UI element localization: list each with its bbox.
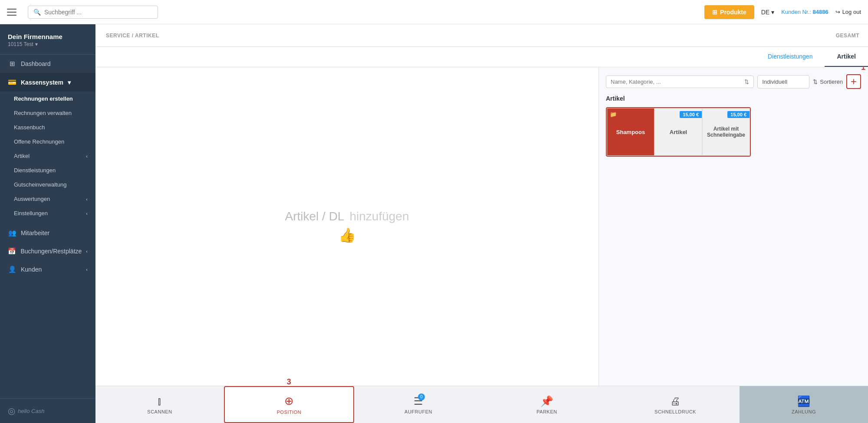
empty-invoice-message: Artikel / DL hinzufügen (285, 210, 409, 223)
tabs-spacer (95, 47, 756, 67)
main-layout: Dein Firmenname 10115 Test ▾ ⊞ Dashboard… (0, 24, 868, 423)
chevron-down-icon: ▾ (35, 41, 38, 47)
position-icon-wrap: ⊕ (284, 394, 294, 408)
search-bar: 🔍 (28, 6, 158, 19)
folder-icon: 📁 (610, 111, 617, 118)
sidebar-brand: Dein Firmenname 10115 Test ▾ (0, 24, 95, 55)
buchungen-icon: 📅 (8, 247, 16, 255)
articles-grid-container: 2 📁 Shampoos 15,00 € Artikel (606, 107, 861, 157)
hello-cash-logo: ◎ hello Cash (8, 406, 88, 416)
split-layout: Artikel / DL hinzufügen 👍 ⇅ Individuell … (95, 67, 868, 386)
content-area: SERVICE / ARTIKEL GESAMT Dienstleistunge… (95, 24, 868, 423)
logout-button[interactable]: ↪ Log out (835, 9, 861, 15)
search-icon: 🔍 (33, 9, 41, 16)
kunden-icon: 👤 (8, 266, 16, 273)
pin-icon: 📌 (540, 395, 554, 407)
schnelldruck-icon-wrap: 🖨 (670, 395, 681, 407)
parken-button[interactable]: 📌 PARKEN (483, 386, 611, 423)
search-input[interactable] (44, 9, 152, 16)
tabs-bar: Dienstleistungen Artikel (95, 47, 868, 67)
sidebar-item-rechnung-erstellen[interactable]: Rechnungen erstellen (0, 92, 95, 106)
filter-row: ⇅ Individuell Standard ⇅ Sortieren 1 + (606, 74, 861, 89)
logo-icon: ◎ (8, 406, 15, 416)
aufrufen-button[interactable]: ☰ 0 AUFRUFEN (354, 386, 483, 423)
sidebar-item-einstellungen[interactable]: Einstellungen ‹ (0, 206, 95, 220)
sidebar-item-artikel[interactable]: Artikel ‹ (0, 149, 95, 163)
sidebar-item-buchungen[interactable]: 📅 Buchungen/Restplätze ‹ (0, 242, 95, 260)
sidebar-item-dienstleistungen[interactable]: Dienstleistungen (0, 163, 95, 177)
filter-input[interactable] (611, 79, 742, 85)
sort-icon: ⇅ (813, 79, 818, 85)
topbar-right: ⊞ Produkte DE ▾ Kunden Nr.: 84886 ↪ Log … (704, 5, 861, 19)
chevron-down-icon: ▾ (68, 79, 71, 86)
gesamt-col-header: GESAMT (781, 33, 868, 39)
dashboard-icon: ⊞ (8, 60, 16, 68)
article-card-schnelleingabe[interactable]: 15,00 € Artikel mit Schnelleingabe (702, 108, 750, 156)
tab-dienstleistungen[interactable]: Dienstleistungen (756, 47, 825, 67)
invoice-header: SERVICE / ARTIKEL GESAMT (95, 24, 868, 47)
tab-artikel[interactable]: Artikel (825, 47, 868, 67)
service-col-header: SERVICE / ARTIKEL (106, 33, 781, 39)
plus-circle-icon: ⊕ (284, 394, 294, 408)
scannen-icon-wrap: ⫿ (157, 395, 163, 407)
article-card-shampoos[interactable]: 📁 Shampoos (607, 108, 654, 156)
aufrufen-icon-wrap: ☰ 0 (414, 395, 424, 407)
brand-name: Dein Firmenname (8, 33, 88, 40)
article-card-artikel[interactable]: 15,00 € Artikel (654, 108, 702, 156)
right-panel: ⇅ Individuell Standard ⇅ Sortieren 1 + (599, 67, 868, 386)
sidebar-item-kassensystem[interactable]: 💳 Kassensystem ▾ (0, 73, 95, 92)
annotation-1: 1 (861, 67, 865, 72)
add-article-button[interactable]: + (846, 74, 861, 89)
add-button-container: 1 + (846, 74, 861, 89)
arrow-icon: ‹ (86, 154, 88, 159)
sidebar-item-mitarbeiter[interactable]: 👥 Mitarbeiter (0, 224, 95, 242)
parken-icon-wrap: 📌 (540, 395, 554, 407)
sidebar-item-offene-rechnungen[interactable]: Offene Rechnungen (0, 134, 95, 149)
arrow-icon: ‹ (86, 197, 88, 202)
printer-icon: 🖨 (670, 395, 681, 407)
barcode-icon: ⫿ (157, 395, 163, 407)
topbar: 🔍 ⊞ Produkte DE ▾ Kunden Nr.: 84886 ↪ Lo… (0, 0, 868, 24)
sidebar-item-rechnungen-verwalten[interactable]: Rechnungen verwalten (0, 106, 95, 120)
arrow-icon: ‹ (86, 211, 88, 216)
filter-select[interactable]: Individuell Standard (757, 75, 809, 89)
sidebar-item-gutscheinverwaltung[interactable]: Gutscheinverwaltung (0, 177, 95, 192)
hamburger-button[interactable] (7, 5, 21, 19)
brand-sub: 10115 Test ▾ (8, 41, 88, 47)
left-panel: Artikel / DL hinzufügen 👍 (95, 67, 599, 386)
produkte-button[interactable]: ⊞ Produkte (704, 5, 754, 19)
logout-icon: ↪ (835, 9, 840, 15)
sidebar-item-dashboard[interactable]: ⊞ Dashboard (0, 55, 95, 73)
sidebar-item-kassenbuch[interactable]: Kassenbuch (0, 120, 95, 134)
articles-grid: 📁 Shampoos 15,00 € Artikel 15,00 € Artik… (606, 107, 751, 157)
position-button[interactable]: 3 ⊕ POSITION (224, 386, 354, 423)
scannen-button[interactable]: ⫿ SCANNEN (95, 386, 224, 423)
bottom-bar: ⫿ SCANNEN 3 ⊕ POSITION ☰ 0 AUFRUFEN (95, 386, 868, 423)
chevron-right-icon: ‹ (86, 267, 88, 272)
articles-label: Artikel (606, 95, 861, 102)
zahlung-button[interactable]: 🏧 ZAHLUNG (740, 386, 868, 423)
filter-arrow-icon[interactable]: ⇅ (744, 79, 749, 85)
thumbs-up-icon: 👍 (339, 227, 356, 243)
cash-register-icon: 🏧 (797, 395, 811, 407)
kassensystem-icon: 💳 (8, 78, 16, 86)
filter-input-wrap: ⇅ (606, 75, 754, 88)
sidebar-item-auswertungen[interactable]: Auswertungen ‹ (0, 192, 95, 206)
zahlung-icon-wrap: 🏧 (797, 395, 811, 407)
sidebar: Dein Firmenname 10115 Test ▾ ⊞ Dashboard… (0, 24, 95, 423)
schnelldruck-button[interactable]: 🖨 SCHNELLDRUCK (611, 386, 740, 423)
annotation-3: 3 (287, 377, 292, 387)
produkte-icon: ⊞ (712, 9, 717, 16)
kunden-nr: Kunden Nr.: 84886 (781, 9, 828, 15)
language-selector[interactable]: DE ▾ (761, 9, 774, 16)
chevron-down-icon: ▾ (771, 9, 774, 16)
chevron-right-icon: ‹ (86, 249, 88, 254)
sort-button[interactable]: ⇅ Sortieren (813, 79, 843, 85)
mitarbeiter-icon: 👥 (8, 229, 16, 237)
sidebar-item-kunden[interactable]: 👤 Kunden ‹ (0, 260, 95, 279)
sidebar-footer: ◎ hello Cash (0, 398, 95, 423)
